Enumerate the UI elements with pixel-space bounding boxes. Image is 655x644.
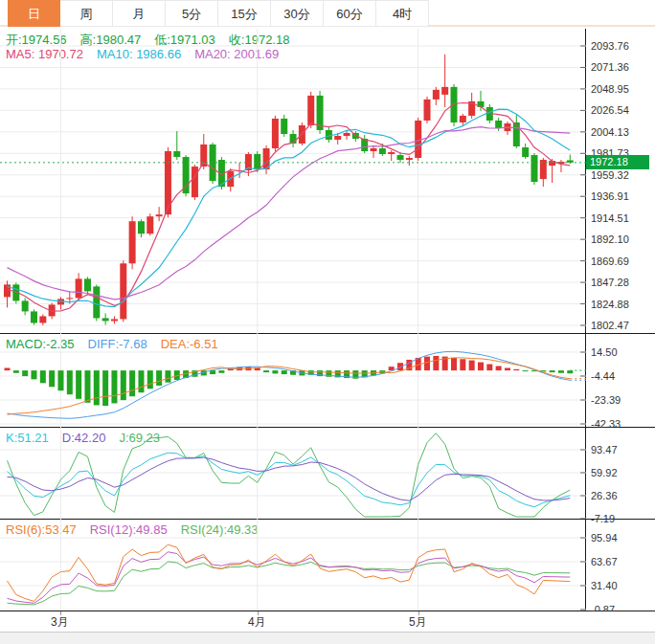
- y-axis-label: -42.33: [591, 418, 621, 430]
- y-axis-label: 93.47: [591, 444, 618, 455]
- ma5-line: [8, 103, 571, 312]
- y-axis-label: 2048.95: [591, 83, 629, 95]
- macd-histogram: [5, 356, 574, 406]
- bottom-scrollbar-strip[interactable]: [0, 632, 655, 644]
- current-price-tag: 1972.18: [586, 155, 649, 169]
- y-axis-label: 1892.10: [591, 233, 629, 245]
- candles-group: [4, 55, 574, 325]
- k-line: [8, 453, 571, 507]
- diff-line: [8, 351, 571, 418]
- y-axis-label: 1914.51: [591, 212, 629, 224]
- month-label: 3月: [51, 614, 69, 631]
- j-line: [8, 433, 571, 517]
- y-axis-label: -4.44: [591, 370, 615, 382]
- tab-周[interactable]: 周: [60, 0, 113, 27]
- y-axis-label: 2004.13: [591, 126, 629, 138]
- y-axis-label: 26.36: [591, 490, 618, 501]
- tab-4时[interactable]: 4时: [376, 0, 429, 27]
- rsi12-line: [8, 552, 571, 604]
- dea-line: [8, 358, 571, 414]
- y-axis-label: 1869.69: [591, 255, 629, 267]
- y-axis-label: 2026.54: [591, 104, 629, 116]
- y-axis-label: 63.67: [591, 556, 618, 567]
- tab-15分[interactable]: 15分: [218, 0, 271, 27]
- y-axis-label: 2071.36: [591, 61, 629, 73]
- ma20-line: [8, 127, 571, 300]
- macd-chart-svg[interactable]: [0, 333, 586, 427]
- main-chart-svg[interactable]: [0, 29, 586, 333]
- kline-chart-app: 日周月5分15分30分60分4时 开:1974.56 高:1980.47 低:1…: [0, 0, 655, 644]
- y-axis-label: 2093.76: [591, 40, 629, 52]
- y-axis-label: 1959.32: [591, 169, 629, 181]
- x-axis: 3月4月5月: [0, 611, 655, 632]
- rsi-chart-svg[interactable]: [0, 519, 586, 611]
- tab-5分[interactable]: 5分: [166, 0, 218, 27]
- month-label: 4月: [248, 614, 266, 631]
- y-axis-label: 1802.47: [591, 320, 629, 331]
- y-axis-label: 31.40: [591, 580, 618, 591]
- kdj-chart-svg[interactable]: [0, 427, 586, 519]
- month-label: 5月: [409, 614, 427, 631]
- period-tabbar: 日周月5分15分30分60分4时: [0, 0, 655, 27]
- rsi6-line: [8, 544, 571, 601]
- y-axis-label: 59.92: [591, 467, 618, 478]
- tab-30分[interactable]: 30分: [271, 0, 324, 27]
- y-axis-label: 1936.91: [591, 190, 629, 202]
- y-axis-label: 1847.28: [591, 277, 629, 288]
- tab-月[interactable]: 月: [113, 0, 166, 27]
- y-axis-label: 14.50: [591, 346, 618, 358]
- ma10-line: [8, 109, 571, 307]
- y-axis-label: 1824.88: [591, 299, 629, 310]
- y-axis-label: 95.94: [591, 532, 618, 544]
- y-axis-label: -23.39: [591, 394, 621, 406]
- tab-60分[interactable]: 60分: [324, 0, 376, 27]
- tab-日[interactable]: 日: [8, 0, 60, 27]
